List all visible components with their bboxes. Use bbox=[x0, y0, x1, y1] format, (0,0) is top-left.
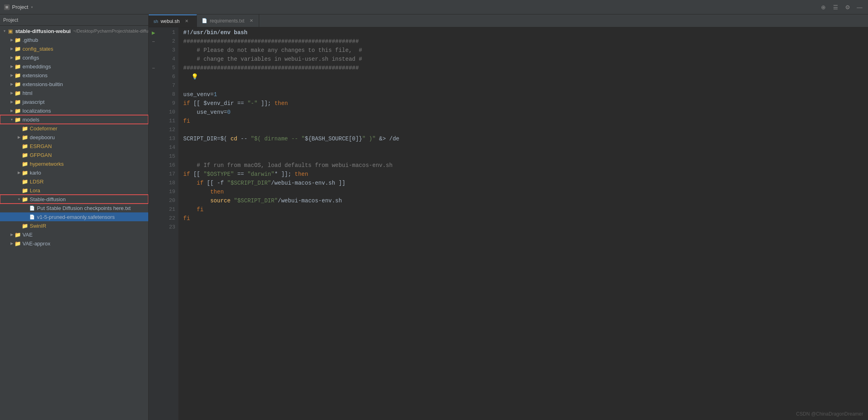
line-num-12: 12 bbox=[158, 126, 175, 134]
esrgan-folder-icon: 📁 bbox=[22, 143, 28, 149]
layout-button[interactable]: ☰ bbox=[831, 3, 840, 12]
gutter-11 bbox=[149, 117, 158, 126]
tree-item-put-stable[interactable]: 📄 Put Stable Diffusion checkpoints here.… bbox=[0, 204, 148, 212]
gutter-19 bbox=[149, 187, 158, 196]
tree-item-javascript[interactable]: ▶ 📁 javascript bbox=[0, 97, 148, 106]
line-11-fi: fi bbox=[183, 117, 190, 126]
tree-root[interactable]: ▾ ▣ stable-diffusion-webui ~/Desktop/Pyc… bbox=[0, 27, 148, 35]
tree-item-vae-approx[interactable]: ▶ 📁 VAE-approx bbox=[0, 239, 148, 248]
webui-tab-close[interactable]: ✕ bbox=[184, 19, 189, 24]
line-num-9: 9 bbox=[158, 99, 175, 108]
code-line-23 bbox=[183, 223, 868, 232]
javascript-folder-icon: 📁 bbox=[14, 99, 21, 105]
gutter-14 bbox=[149, 143, 158, 152]
code-line-22: fi bbox=[183, 214, 868, 223]
tree-item-vae[interactable]: ▶ 📁 VAE bbox=[0, 230, 148, 239]
html-folder-icon: 📁 bbox=[14, 90, 21, 96]
line-num-22: 22 bbox=[158, 214, 175, 223]
javascript-label: javascript bbox=[23, 99, 45, 105]
requirements-tab-label: requirements.txt bbox=[210, 18, 244, 24]
gutter-17 bbox=[149, 170, 158, 179]
v1-5-pruned-arrow-icon bbox=[23, 214, 29, 220]
code-line-5: ########################################… bbox=[183, 64, 868, 72]
swinir-arrow-icon bbox=[16, 223, 22, 229]
hypernetworks-folder-icon: 📁 bbox=[22, 161, 28, 167]
gutter-21 bbox=[149, 205, 158, 214]
title-bar-actions: ⊕ ☰ ⚙ — bbox=[819, 3, 864, 12]
dropdown-arrow-icon[interactable]: ▾ bbox=[31, 5, 33, 10]
hash-line-2: ########################################… bbox=[183, 37, 359, 46]
requirements-tab-close[interactable]: ✕ bbox=[248, 18, 254, 24]
tree-item-localizations[interactable]: ▶ 📁 localizations bbox=[0, 106, 148, 115]
put-stable-arrow-icon bbox=[23, 205, 29, 211]
line-19-then: then bbox=[210, 187, 224, 196]
hypernetworks-label: hypernetworks bbox=[30, 161, 64, 167]
tree-item-deepbooru[interactable]: ▶ 📁 deepbooru bbox=[0, 133, 148, 142]
extensions-label: extensions bbox=[23, 72, 47, 78]
title-bar-title: Project bbox=[12, 4, 28, 10]
extensions-arrow-icon: ▶ bbox=[9, 72, 14, 78]
configs-arrow-icon: ▶ bbox=[9, 55, 14, 60]
tree-item-configs[interactable]: ▶ 📁 configs bbox=[0, 53, 148, 62]
gutter-18 bbox=[149, 179, 158, 187]
tree-item-html[interactable]: ▶ 📁 html bbox=[0, 89, 148, 97]
gutter-4 bbox=[149, 55, 158, 64]
tree-item-swinir[interactable]: 📁 SwinIR bbox=[0, 221, 148, 230]
line-9-var: $venv_dir bbox=[203, 99, 234, 108]
tree-item-extensions-builtin[interactable]: ▶ 📁 extensions-builtin bbox=[0, 80, 148, 89]
code-line-6: 💡 bbox=[183, 72, 868, 81]
put-stable-file-icon: 📄 bbox=[29, 205, 35, 211]
gfpgan-arrow-icon bbox=[16, 152, 22, 158]
models-folder-icon: 📁 bbox=[14, 117, 21, 122]
esrgan-arrow-icon bbox=[16, 143, 22, 149]
tree-item-github[interactable]: ▶ 📁 .github bbox=[0, 35, 148, 44]
configs-label: configs bbox=[23, 55, 39, 61]
tree-item-config-states[interactable]: ▶ 📁 config_states bbox=[0, 44, 148, 53]
swinir-folder-icon: 📁 bbox=[22, 223, 28, 229]
tree-item-extensions[interactable]: ▶ 📁 extensions bbox=[0, 71, 148, 80]
codeformer-label: Codeformer bbox=[30, 126, 57, 132]
gutter-area: ▶ — — bbox=[149, 27, 158, 420]
fold-icon-2[interactable]: — bbox=[152, 39, 155, 44]
tree-item-stable-diffusion[interactable]: ▾ 📁 Stable-diffusion bbox=[0, 195, 148, 204]
line-num-11: 11 bbox=[158, 117, 175, 126]
line-num-2: 2 bbox=[158, 37, 175, 46]
line-13-var: SCRIPT_DIR bbox=[183, 134, 217, 143]
ldsr-label: LDSR bbox=[30, 179, 44, 185]
add-button[interactable]: ⊕ bbox=[819, 3, 828, 12]
config-states-arrow-icon: ▶ bbox=[9, 46, 14, 51]
tree-item-gfpgan[interactable]: 📁 GFPGAN bbox=[0, 150, 148, 159]
tree-item-hypernetworks[interactable]: 📁 hypernetworks bbox=[0, 159, 148, 168]
tree-item-embeddings[interactable]: ▶ 📁 embeddings bbox=[0, 62, 148, 71]
file-tree-panel: Project ▾ ▣ stable-diffusion-webui ~/Des… bbox=[0, 14, 149, 420]
line-9-if: if bbox=[183, 99, 190, 108]
line-10-num: 0 bbox=[227, 108, 230, 117]
code-line-16: # If run from macOS, load defaults from … bbox=[183, 161, 868, 170]
minimize-button[interactable]: — bbox=[855, 3, 864, 12]
tree-item-ldsr[interactable]: 📁 LDSR bbox=[0, 177, 148, 186]
line-17-str2: "darwin" bbox=[248, 170, 274, 179]
line-num-20: 20 bbox=[158, 196, 175, 205]
stable-diffusion-arrow-icon: ▾ bbox=[16, 196, 22, 202]
settings-button[interactable]: ⚙ bbox=[843, 3, 852, 12]
editor-panel: sh webui.sh ✕ 📄 requirements.txt ✕ ▶ — — bbox=[149, 14, 868, 420]
line-13-str1: "$( dirname -- " bbox=[251, 134, 305, 143]
tree-item-v1-5-pruned[interactable]: 📄 v1-5-pruned-emaonly.safetensors bbox=[0, 212, 148, 221]
tree-item-codeformer[interactable]: 📁 Codeformer bbox=[0, 124, 148, 133]
tree-item-lora[interactable]: 📁 Lora bbox=[0, 186, 148, 195]
line-13-cd: cd bbox=[227, 134, 237, 143]
line-num-18: 18 bbox=[158, 179, 175, 187]
code-content[interactable]: #!/usr/bin/env bash ####################… bbox=[178, 27, 868, 420]
tree-item-models[interactable]: ▾ 📁 models bbox=[0, 115, 148, 124]
line-20-str: "$SCRIPT_DIR" bbox=[234, 196, 278, 205]
tab-webui[interactable]: sh webui.sh ✕ bbox=[149, 14, 197, 27]
karlo-arrow-icon: ▶ bbox=[16, 170, 22, 175]
tree-item-karlo[interactable]: ▶ 📁 karlo bbox=[0, 168, 148, 177]
line-num-1: 1 bbox=[158, 28, 175, 37]
line-18-str: "$SCRIPT_DIR" bbox=[227, 179, 271, 187]
tree-item-esrgan[interactable]: 📁 ESRGAN bbox=[0, 142, 148, 150]
code-line-20: source "$SCRIPT_DIR"/webui-macos-env.sh bbox=[183, 196, 868, 205]
run-icon[interactable]: ▶ bbox=[152, 29, 155, 36]
fold-icon-5[interactable]: — bbox=[152, 66, 155, 70]
tab-requirements[interactable]: 📄 requirements.txt ✕ bbox=[197, 14, 259, 27]
